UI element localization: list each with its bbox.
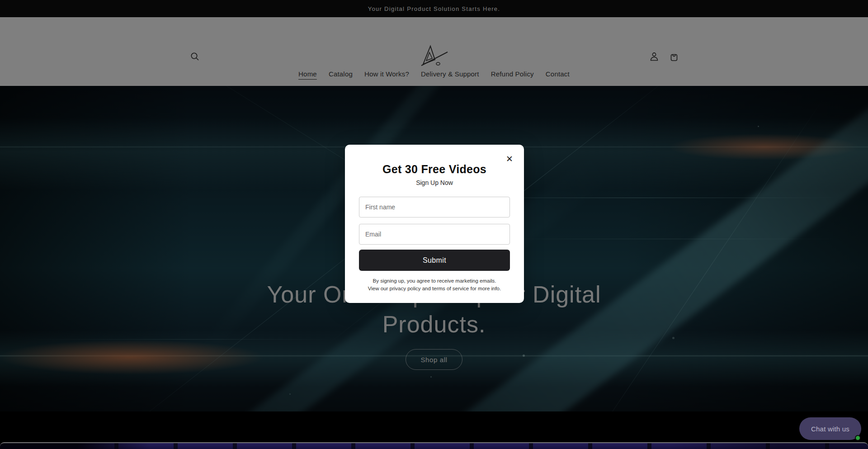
close-button[interactable]: ✕	[506, 155, 513, 163]
popup-disclaimer: By signing up, you agree to receive mark…	[367, 277, 502, 292]
page: Your Digital Product Solution Starts Her…	[0, 0, 868, 449]
first-name-input[interactable]	[359, 197, 510, 217]
chat-label: Chat with us	[811, 425, 849, 433]
popup-subtitle: Sign Up Now	[345, 179, 524, 186]
chat-widget-button[interactable]: Chat with us	[799, 417, 861, 440]
submit-button[interactable]: Submit	[359, 250, 510, 271]
popup-title: Get 30 Free Videos	[345, 163, 524, 176]
newsletter-popup: ✕ Get 30 Free Videos Sign Up Now Submit …	[345, 145, 524, 303]
close-x-icon: ✕	[506, 154, 513, 164]
online-status-dot	[855, 435, 861, 441]
email-input[interactable]	[359, 224, 510, 245]
